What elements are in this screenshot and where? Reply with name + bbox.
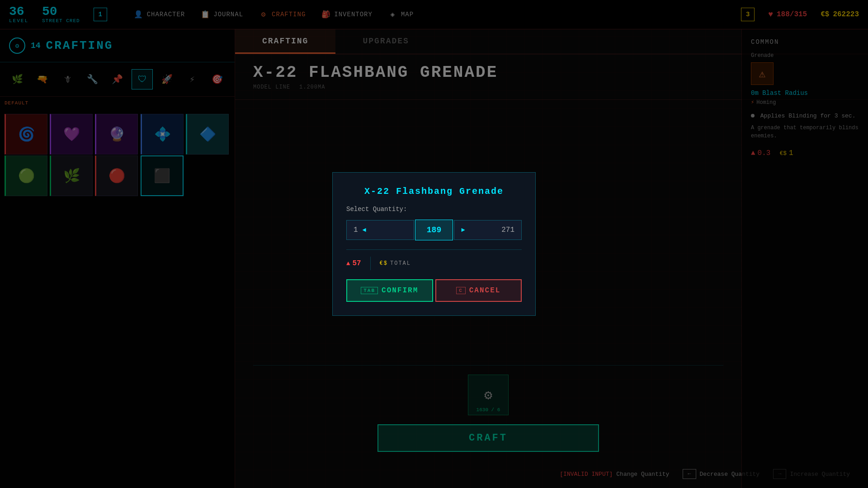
- qty-right-arrow-icon: ►: [461, 226, 465, 234]
- modal-divider: [370, 257, 371, 270]
- qty-right-section: ► 271: [454, 220, 522, 240]
- qty-max-value: 271: [501, 226, 514, 234]
- modal-weight-value: 57: [352, 259, 361, 267]
- modal-overlay: X-22 Flashbang Grenade Select Quantity: …: [0, 0, 868, 488]
- modal-total-label: €$ TOTAL: [380, 260, 411, 267]
- qty-current-value: 189: [415, 220, 453, 240]
- confirm-label: CONFIRM: [382, 286, 418, 295]
- qty-left-arrow-icon: ◄: [363, 226, 366, 234]
- cancel-key: C: [456, 287, 466, 294]
- quantity-modal: X-22 Flashbang Grenade Select Quantity: …: [332, 172, 536, 316]
- modal-info-row: ▲ 57 €$ TOTAL: [346, 249, 522, 270]
- total-label-text: TOTAL: [390, 260, 411, 267]
- modal-buttons: TAB CONFIRM C CANCEL: [346, 279, 522, 302]
- qty-left-section: 1 ◄: [346, 220, 414, 240]
- cancel-button[interactable]: C CANCEL: [435, 279, 522, 302]
- modal-weight-icon: ▲: [346, 260, 350, 267]
- confirm-button[interactable]: TAB CONFIRM: [346, 279, 433, 302]
- modal-item-name: X-22 Flashbang Grenade: [346, 186, 522, 197]
- quantity-selector: 1 ◄ 189 ► 271: [346, 220, 522, 240]
- modal-weight: ▲ 57: [346, 259, 361, 267]
- confirm-key: TAB: [361, 287, 378, 294]
- qty-min-value: 1: [354, 226, 358, 234]
- cancel-label: CANCEL: [469, 286, 501, 295]
- modal-subtitle: Select Quantity:: [346, 206, 522, 213]
- total-currency-icon: €$: [380, 260, 388, 267]
